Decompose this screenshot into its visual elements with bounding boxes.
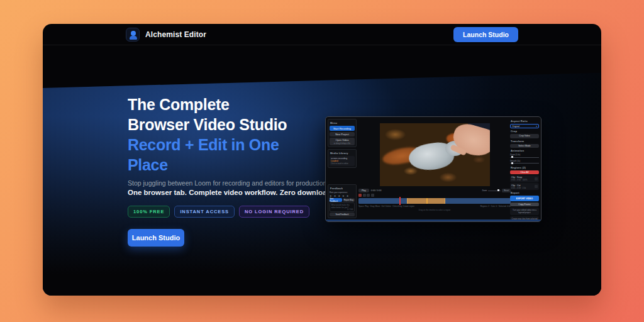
timeline-tool-icons [358, 194, 511, 197]
shortcut-legend: Space: Play · Drag: Move · Del: Delete ·… [358, 205, 414, 208]
chevron-down-icon: ▾ [536, 125, 537, 128]
play-button: Play [358, 189, 369, 192]
nav-launch-studio-button[interactable]: Launch Studio [453, 27, 518, 42]
crop-label: Crop [511, 130, 539, 133]
hero-title-line-3: Record + Edit in One [128, 135, 287, 155]
timeline-panel: Play 0:00 / 0:00 Zoom Reset Sp [358, 189, 511, 214]
editor-left-panel: Menu Start Recording New Project Open Vi… [328, 119, 357, 168]
feedback-panel: Feedback Rate your experience ★ ★ ★ ★ ★ … [328, 184, 357, 219]
app-logo-icon [126, 28, 140, 42]
copy-frame-button: Copy Frame [510, 203, 539, 207]
editor-screenshot: Menu Start Recording New Project Open Vi… [325, 116, 541, 222]
report-bug-button: Report Bug [343, 198, 355, 202]
time-display: 0:00 / 0:00 [371, 189, 382, 192]
crop-video-button: Crop Video [510, 134, 539, 138]
export-label: Export [511, 191, 539, 194]
hero-badges: 100% FREE INSTANT ACCESS NO LOGIN REQUIR… [128, 206, 309, 218]
landing-card: Alchemist Editor Launch Studio The Compl… [43, 24, 601, 296]
zoom-slider [488, 191, 501, 191]
zoom-level-slider [510, 157, 539, 158]
hero-title: The Complete Browser Video Studio Record… [128, 94, 287, 175]
regions-label: Regions (2) [511, 166, 539, 169]
timeline-hint: Drag on the timeline to select a region [358, 209, 511, 211]
feedback-prompt: Rate your experience [330, 191, 355, 194]
video-preview [380, 123, 490, 186]
media-library-panel: Media Library screen-recording Loaded Cl… [328, 149, 357, 168]
animation-label: Animation [511, 149, 539, 152]
aspect-ratio-label: Aspect Ratio [511, 119, 539, 123]
hero-launch-studio-button[interactable]: Launch Studio [128, 229, 184, 247]
hero-title-line-4: Place [128, 155, 287, 175]
select-mode-button: Select Mode [510, 144, 539, 148]
timeline-track [358, 198, 511, 204]
badge-instant-access: INSTANT ACCESS [174, 206, 235, 218]
send-feedback-button: Send Feedback [330, 213, 355, 216]
editor-right-panel: Aspect Ratio Original ▾ Crop Crop Video … [510, 119, 539, 222]
editor-menu-panel: Menu Start Recording New Project Open Vi… [328, 119, 357, 147]
clear-all-button: Clear All [510, 170, 539, 175]
brand-name: Alchemist Editor [145, 30, 206, 39]
undo-icon [367, 194, 370, 197]
open-video-button: Open Video or drag & drop a file [330, 138, 355, 145]
give-feedback-button: Give Feedback [330, 198, 342, 202]
zoom-slider-label: Zoom (1.0x) [510, 153, 539, 156]
smooth-slider [510, 163, 539, 164]
hero-title-line-2: Browser Video Studio [128, 114, 287, 135]
timeline-marker [426, 198, 428, 204]
editor-footer-strip [326, 219, 541, 221]
feedback-title: Feedback [330, 187, 355, 190]
transform-label: Transform [511, 140, 539, 143]
new-project-button: New Project [330, 132, 355, 136]
zoom-reset-button: Reset [502, 189, 511, 192]
trash-icon [535, 185, 538, 188]
zoom-label: Zoom [482, 189, 487, 192]
cut-icon [363, 194, 366, 197]
region-row: Clip · Cut 0:05 – 0:09 · 2.0x [510, 183, 539, 190]
badge-no-login: NO LOGIN REQUIRED [239, 206, 309, 218]
hero-title-line-1: The Complete [128, 94, 287, 114]
menu-title: Menu [330, 121, 355, 125]
aspect-ratio-select: Original ▾ [510, 124, 539, 128]
hero-description: Stop juggling between Loom for recording… [128, 179, 328, 187]
brand: Alchemist Editor [126, 28, 206, 42]
feedback-textarea: What would make this editor better for y… [330, 203, 355, 212]
region-row: Clip · Keep 0:00 – 0:04 · 100% [510, 175, 539, 182]
timeline-playhead [399, 197, 401, 205]
record-marker-icon [358, 194, 362, 197]
export-info-1: Turn your edited video into a layered pr… [510, 208, 539, 215]
badge-free: 100% FREE [128, 206, 170, 218]
export-video-button: EXPORT VIDEO [510, 196, 539, 201]
media-library-title: Media Library [330, 152, 355, 155]
start-recording-button: Start Recording [330, 126, 355, 131]
hero-description-bold: One browser tab. Complete video workflow… [128, 189, 337, 196]
redo-icon [371, 194, 374, 197]
smooth-slider-label: Smooth (1s) [510, 160, 539, 162]
trash-icon [535, 177, 538, 180]
media-library-item: screen-recording Loaded Click to load in… [330, 156, 355, 166]
char-counter: 0 / 500 [347, 208, 353, 211]
timeline-status: Regions: 2 · Cuts: 0 · Selected: 0:04 [480, 205, 511, 208]
top-navbar: Alchemist Editor Launch Studio [43, 24, 601, 45]
open-video-hint: or drag & drop a file [334, 142, 350, 145]
